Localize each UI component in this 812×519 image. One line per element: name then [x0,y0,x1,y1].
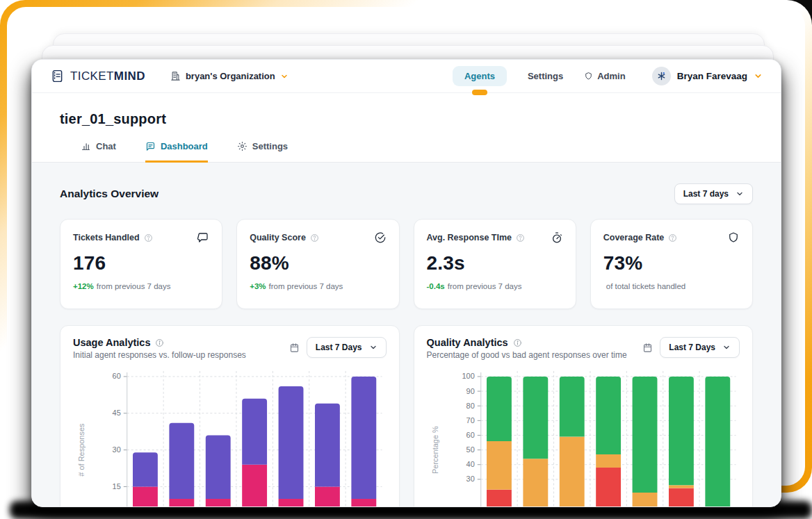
nav-item-settings[interactable]: Settings [528,60,563,92]
page-title: tier_01_support [60,111,753,127]
calendar-icon[interactable] [289,343,300,353]
svg-text:30: 30 [113,445,121,454]
svg-text:40: 40 [466,460,474,468]
info-circle-icon[interactable] [155,338,164,347]
avatar [652,67,671,85]
chart-subtitle: Initial agent responses vs. follow-up re… [73,350,246,360]
help-circle-icon[interactable] [668,233,677,242]
svg-text:50: 50 [466,445,474,454]
tab-settings[interactable]: Settings [237,141,288,163]
stat-delta: +12%from previous 7 days [73,282,209,290]
stat-value: 176 [73,252,209,274]
gear-icon [237,141,247,151]
topbar: TICKETMIND bryan's Organization Agents S… [32,60,781,93]
tab-dashboard[interactable]: Dashboard [145,141,208,163]
stat-card-quality-score: Quality Score 88% +3%from previous 7 day… [236,219,399,309]
brand-name: TICKETMIND [70,69,145,83]
svg-text:60: 60 [113,372,121,380]
svg-text:80: 80 [466,402,474,410]
screenshot-stage: TICKETMIND bryan's Organization Agents S… [0,0,812,519]
chevron-down-icon [280,72,289,81]
chart-cards: Usage Analytics Initial agent responses … [60,325,753,507]
info-circle-icon[interactable] [513,338,522,347]
svg-text:70: 70 [466,416,474,425]
svg-text:100: 100 [462,372,474,380]
stat-value: 73% [603,252,740,274]
svg-text:30: 30 [466,475,474,483]
tab-chat[interactable]: Chat [81,141,116,163]
shield-icon [584,72,593,81]
chart-subtitle: Percentage of good vs bad agent response… [427,350,627,360]
quality-range-select[interactable]: Last 7 Days [660,337,740,358]
ticket-logo-icon [50,69,65,83]
chart-title: Quality Analytics [427,337,508,348]
quality-analytics-chart: 30405060708090100Percentage % [427,368,740,507]
stat-delta: -0.4sfrom previous 7 days [427,282,563,290]
stat-delta: of total tickets handled [603,282,740,290]
usage-analytics-chart: 15304560# of Responses [73,368,387,507]
chat-bubble-icon [197,231,209,244]
usage-analytics-card: Usage Analytics Initial agent responses … [60,325,400,507]
chevron-down-icon [736,190,744,198]
agent-tabs: Chat Dashboard Settings [81,141,753,163]
section-title: Analytics Overview [60,188,159,200]
quality-analytics-card: Quality Analytics Percentage of good vs … [414,325,754,507]
calendar-icon[interactable] [642,343,653,353]
bar-chart-icon [81,141,91,151]
chevron-down-icon [754,72,763,81]
usage-range-select[interactable]: Last 7 Days [307,337,387,358]
stat-card-tickets-handled: Tickets Handled 176 +12%from previous 7 … [60,219,222,309]
chevron-down-icon [369,343,377,352]
stat-card-coverage-rate: Coverage Rate 73% of total tickets handl… [590,219,753,309]
svg-text:90: 90 [466,387,474,395]
top-nav: Agents Settings Admin [453,60,626,92]
svg-text:15: 15 [113,482,121,491]
svg-text:60: 60 [466,431,474,439]
stat-cards: Tickets Handled 176 +12%from previous 7 … [60,219,753,309]
chevron-down-icon [722,343,731,352]
user-menu[interactable]: Bryan Farevaag [652,67,763,85]
stat-value: 2.3s [427,252,563,274]
svg-text:# of Responses: # of Responses [77,423,86,477]
svg-text:45: 45 [113,409,121,417]
org-selector[interactable]: bryan's Organization [170,71,289,81]
user-name: Bryan Farevaag [677,71,747,81]
help-circle-icon[interactable] [310,233,319,242]
agent-header: tier_01_support Chat Dashboard Settings [32,93,781,163]
stat-delta: +3%from previous 7 days [250,282,386,290]
app-window: TICKETMIND bryan's Organization Agents S… [31,59,781,507]
help-circle-icon[interactable] [144,233,153,242]
svg-text:Percentage %: Percentage % [430,426,439,474]
shield-icon [727,231,740,244]
overview-range-select[interactable]: Last 7 days [674,183,753,204]
stat-card-response-time: Avg. Response TIme 2.3s -0.4sfrom previo… [414,219,576,309]
brand-logo[interactable]: TICKETMIND [50,69,145,83]
message-square-icon [145,141,156,151]
stopwatch-icon [551,231,563,244]
target-check-icon [374,231,387,244]
stat-value: 88% [250,252,386,274]
snowflake-avatar-icon [656,71,667,81]
building-icon [170,71,181,81]
dashboard-content: Analytics Overview Last 7 days Tickets H… [32,163,781,507]
org-name: bryan's Organization [186,71,275,81]
nav-item-agents[interactable]: Agents [453,60,507,92]
chart-title: Usage Analytics [73,337,150,348]
nav-item-admin[interactable]: Admin [584,60,625,92]
help-circle-icon[interactable] [516,233,525,242]
